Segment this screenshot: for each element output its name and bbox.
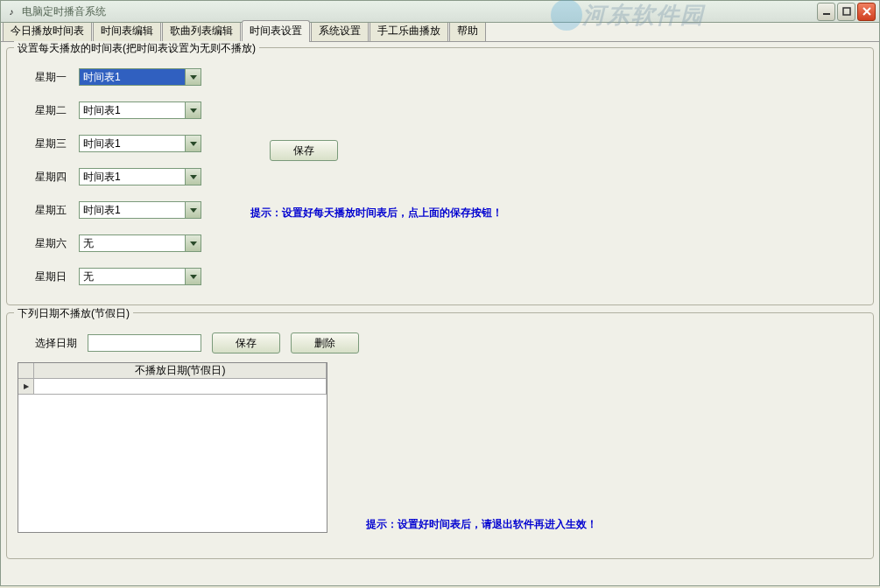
holiday-hint: 提示：设置好时间表后，请退出软件再进入生效！	[366, 517, 597, 532]
day-row-sun: 星期日 无	[35, 267, 862, 286]
minimize-button[interactable]	[817, 3, 835, 21]
grid-cell[interactable]	[34, 379, 327, 395]
combo-wed[interactable]: 时间表1	[79, 135, 201, 152]
minimize-icon	[822, 7, 831, 16]
day-row-mon: 星期一 时间表1	[35, 67, 862, 87]
day-label-sat: 星期六	[35, 236, 79, 251]
tab-bar: 今日播放时间表 时间表编辑 歌曲列表编辑 时间表设置 系统设置 手工乐曲播放 帮…	[0, 23, 880, 42]
combo-mon[interactable]: 时间表1	[79, 68, 201, 86]
holiday-group-title: 下列日期不播放(节假日)	[14, 306, 133, 321]
chevron-down-icon[interactable]	[185, 136, 201, 151]
titlebar: ♪ 电脑定时播音系统	[0, 0, 880, 23]
content-area: 设置每天播放的时间表(把时间表设置为无则不播放) 星期一 时间表1 星期二 时间…	[0, 42, 880, 586]
row-marker-icon	[18, 379, 34, 395]
chevron-down-icon[interactable]	[185, 269, 201, 284]
day-label-fri: 星期五	[35, 203, 79, 218]
svg-rect-1	[843, 8, 850, 15]
select-date-label: 选择日期	[35, 336, 77, 351]
day-row-tue: 星期二 时间表1	[35, 101, 862, 120]
combo-sun[interactable]: 无	[79, 268, 201, 285]
day-row-sat: 星期六 无	[35, 234, 862, 253]
day-label-tue: 星期二	[35, 103, 79, 118]
day-row-thu: 星期四 时间表1	[35, 167, 862, 186]
chevron-down-icon[interactable]	[185, 202, 201, 218]
day-row-wed: 星期三 时间表1	[35, 134, 862, 153]
delete-holiday-button[interactable]: 删除	[291, 332, 359, 354]
date-input[interactable]	[88, 334, 201, 352]
tab-system-settings[interactable]: 系统设置	[311, 20, 369, 41]
chevron-down-icon[interactable]	[185, 69, 201, 85]
grid-column-header: 不播放日期(节假日)	[34, 363, 327, 378]
combo-sat[interactable]: 无	[79, 234, 201, 252]
day-label-thu: 星期四	[35, 170, 79, 185]
maximize-icon	[842, 7, 851, 16]
combo-thu[interactable]: 时间表1	[79, 168, 201, 186]
chevron-down-icon[interactable]	[185, 169, 201, 185]
day-label-wed: 星期三	[35, 136, 79, 151]
chevron-down-icon[interactable]	[185, 235, 201, 251]
table-row	[18, 379, 327, 395]
app-icon: ♪	[4, 4, 18, 18]
tab-songlist-edit[interactable]: 歌曲列表编辑	[162, 20, 241, 41]
tab-help[interactable]: 帮助	[449, 20, 486, 41]
tab-schedule-edit[interactable]: 时间表编辑	[93, 20, 161, 41]
maximize-button[interactable]	[837, 3, 855, 21]
tab-schedule-settings[interactable]: 时间表设置	[242, 20, 310, 42]
save-holiday-button[interactable]: 保存	[212, 332, 280, 354]
close-button[interactable]	[857, 3, 876, 21]
save-weekly-button[interactable]: 保存	[270, 140, 338, 161]
weekly-schedule-title: 设置每天播放的时间表(把时间表设置为无则不播放)	[14, 41, 259, 56]
tab-manual-play[interactable]: 手工乐曲播放	[370, 20, 448, 41]
close-icon	[862, 7, 871, 16]
weekly-schedule-group: 设置每天播放的时间表(把时间表设置为无则不播放) 星期一 时间表1 星期二 时间…	[6, 47, 874, 305]
tab-today-schedule[interactable]: 今日播放时间表	[3, 20, 92, 41]
combo-fri[interactable]: 时间表1	[79, 201, 201, 219]
day-label-sun: 星期日	[35, 270, 79, 284]
day-label-mon: 星期一	[35, 70, 79, 85]
window-title: 电脑定时播音系统	[22, 4, 817, 19]
grid-corner	[18, 363, 34, 378]
holiday-grid[interactable]: 不播放日期(节假日)	[18, 362, 327, 533]
holiday-group: 下列日期不播放(节假日) 选择日期 保存 删除 不播放日期(节假日) 提示：设置…	[6, 312, 874, 559]
weekly-hint: 提示：设置好每天播放时间表后，点上面的保存按钮！	[250, 206, 503, 220]
chevron-down-icon[interactable]	[185, 102, 201, 118]
combo-tue[interactable]: 时间表1	[79, 102, 201, 119]
